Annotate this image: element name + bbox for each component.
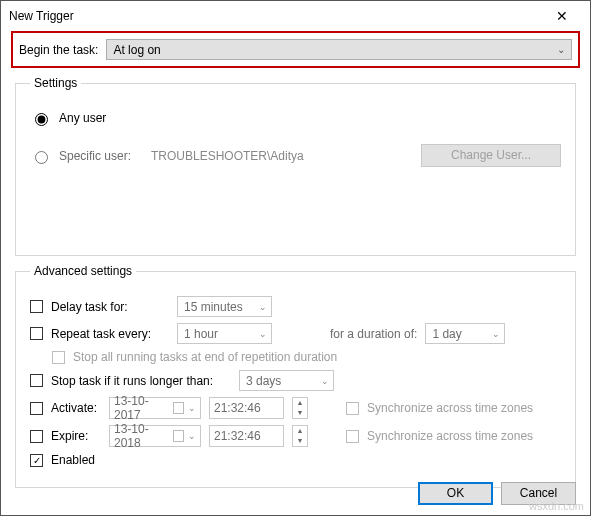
stop-if-select: 3 days ⌄ — [239, 370, 334, 391]
stop-if-label: Stop task if it runs longer than: — [51, 374, 231, 388]
activate-time-value: 21:32:46 — [214, 401, 261, 415]
spin-up-icon: ▲ — [293, 398, 307, 408]
expire-sync-label: Synchronize across time zones — [367, 429, 533, 443]
advanced-legend: Advanced settings — [30, 264, 136, 278]
begin-task-value: At log on — [113, 43, 160, 57]
calendar-icon — [173, 402, 184, 414]
chevron-down-icon: ⌄ — [188, 403, 196, 413]
repeat-label: Repeat task every: — [51, 327, 169, 341]
activate-time-spinner: ▲ ▼ — [292, 397, 308, 419]
spin-up-icon: ▲ — [293, 426, 307, 436]
specific-user-row: Specific user: TROUBLESHOOTER\Aditya Cha… — [30, 144, 561, 167]
expire-checkbox[interactable] — [30, 430, 43, 443]
change-user-button: Change User... — [421, 144, 561, 167]
chevron-down-icon: ⌄ — [188, 431, 196, 441]
enabled-checkbox[interactable]: ✓ — [30, 454, 43, 467]
delay-label: Delay task for: — [51, 300, 169, 314]
expire-time-value: 21:32:46 — [214, 429, 261, 443]
expire-row: Expire: 13-10-2018 ⌄ 21:32:46 ▲ ▼ Synchr… — [30, 425, 561, 447]
watermark: wsxdn.com — [529, 500, 584, 512]
duration-value: 1 day — [432, 327, 461, 341]
repeat-row: Repeat task every: 1 hour ⌄ for a durati… — [30, 323, 561, 344]
activate-label: Activate: — [51, 401, 101, 415]
spin-down-icon: ▼ — [293, 436, 307, 446]
specific-user-value: TROUBLESHOOTER\Aditya — [151, 149, 413, 163]
any-user-label: Any user — [59, 111, 106, 125]
expire-sync-row: Synchronize across time zones — [346, 429, 533, 443]
any-user-radio[interactable] — [35, 113, 48, 126]
begin-task-combo[interactable]: At log on ⌄ — [106, 39, 572, 60]
ok-button[interactable]: OK — [418, 482, 493, 505]
any-user-row: Any user — [30, 110, 561, 126]
delay-checkbox[interactable] — [30, 300, 43, 313]
titlebar: New Trigger ✕ — [1, 1, 590, 31]
content-area: Begin the task: At log on ⌄ Settings Any… — [1, 31, 590, 498]
activate-sync-row: Synchronize across time zones — [346, 401, 533, 415]
repeat-checkbox[interactable] — [30, 327, 43, 340]
activate-checkbox[interactable] — [30, 402, 43, 415]
enabled-row: ✓ Enabled — [30, 453, 561, 467]
spin-down-icon: ▼ — [293, 408, 307, 418]
expire-date-value: 13-10-2018 — [114, 422, 169, 450]
duration-label: for a duration of: — [330, 327, 417, 341]
settings-group: Settings Any user Specific user: TROUBLE… — [15, 76, 576, 256]
stop-if-value: 3 days — [246, 374, 281, 388]
delay-value: 15 minutes — [184, 300, 243, 314]
enabled-label: Enabled — [51, 453, 95, 467]
expire-time-input: 21:32:46 — [209, 425, 284, 447]
expire-date-input: 13-10-2018 ⌄ — [109, 425, 201, 447]
chevron-down-icon: ⌄ — [259, 302, 267, 312]
repeat-value: 1 hour — [184, 327, 218, 341]
activate-row: Activate: 13-10-2017 ⌄ 21:32:46 ▲ ▼ Sync… — [30, 397, 561, 419]
activate-sync-checkbox — [346, 402, 359, 415]
calendar-icon — [173, 430, 184, 442]
chevron-down-icon: ⌄ — [492, 329, 500, 339]
specific-user-radio[interactable] — [35, 151, 48, 164]
advanced-group: Advanced settings Delay task for: 15 min… — [15, 264, 576, 488]
settings-legend: Settings — [30, 76, 81, 90]
activate-date-value: 13-10-2017 — [114, 394, 169, 422]
delay-select: 15 minutes ⌄ — [177, 296, 272, 317]
window-title: New Trigger — [9, 9, 542, 23]
stop-all-checkbox — [52, 351, 65, 364]
stop-if-checkbox[interactable] — [30, 374, 43, 387]
repeat-select: 1 hour ⌄ — [177, 323, 272, 344]
delay-row: Delay task for: 15 minutes ⌄ — [30, 296, 561, 317]
activate-time-input: 21:32:46 — [209, 397, 284, 419]
begin-task-label: Begin the task: — [19, 43, 98, 57]
duration-select: 1 day ⌄ — [425, 323, 505, 344]
stop-all-row: Stop all running tasks at end of repetit… — [52, 350, 561, 364]
close-icon[interactable]: ✕ — [542, 8, 582, 24]
expire-sync-checkbox — [346, 430, 359, 443]
activate-date-input: 13-10-2017 ⌄ — [109, 397, 201, 419]
expire-label: Expire: — [51, 429, 101, 443]
stop-if-row: Stop task if it runs longer than: 3 days… — [30, 370, 561, 391]
dialog-window: New Trigger ✕ Begin the task: At log on … — [0, 0, 591, 516]
chevron-down-icon: ⌄ — [557, 44, 565, 55]
expire-time-spinner: ▲ ▼ — [292, 425, 308, 447]
activate-sync-label: Synchronize across time zones — [367, 401, 533, 415]
chevron-down-icon: ⌄ — [321, 376, 329, 386]
specific-user-label: Specific user: — [59, 149, 143, 163]
chevron-down-icon: ⌄ — [259, 329, 267, 339]
stop-all-label: Stop all running tasks at end of repetit… — [73, 350, 337, 364]
begin-task-row: Begin the task: At log on ⌄ — [11, 31, 580, 68]
